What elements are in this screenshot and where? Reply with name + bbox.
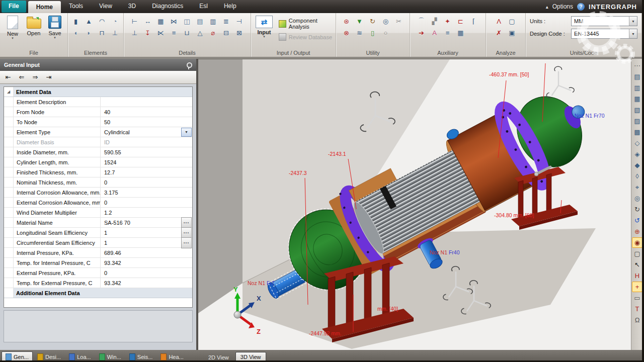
last-record-button[interactable]: ⇥ — [43, 72, 55, 82]
property-value-cell[interactable]: SA-516 70... — [101, 218, 192, 227]
property-row[interactable]: Internal Corrosion Allowance, mm.3.175 — [4, 188, 192, 198]
material-bar-icon[interactable]: ▯ — [367, 28, 379, 37]
property-value-cell[interactable]: 590.55 — [101, 147, 192, 157]
property-value-cell[interactable]: 93.342 — [101, 278, 192, 288]
analyze-model-icon[interactable]: Λ — [493, 17, 505, 26]
property-row[interactable]: Cylinder Length, mm.1524 — [4, 157, 192, 167]
view-cube-back-icon[interactable]: ▧ — [632, 105, 642, 115]
help-icon[interactable]: ? — [577, 3, 585, 11]
property-value-cell[interactable]: Cylindrical▼ — [101, 127, 192, 137]
menu-tab-esl[interactable]: Esl — [191, 0, 216, 13]
cone-detail-icon[interactable]: △ — [194, 28, 206, 37]
leg-support-detail-icon[interactable]: ⊥ — [129, 28, 141, 37]
property-value-cell[interactable]: 1... — [101, 228, 192, 237]
view-iso-sw-icon[interactable]: ◊ — [632, 171, 642, 182]
clamp-icon[interactable]: ⊏ — [455, 17, 467, 26]
lining-detail-icon[interactable]: ▤ — [194, 17, 206, 26]
view-iso-nw-icon[interactable]: ◈ — [632, 149, 642, 159]
rotate-model-icon[interactable]: ↻ — [367, 17, 379, 26]
view-iso-ne-icon[interactable]: ◇ — [632, 138, 642, 148]
database-icon[interactable]: ≋ — [354, 28, 366, 37]
calculator-icon[interactable]: ▦ — [455, 28, 467, 37]
view-cube-top-icon[interactable]: ▥ — [632, 82, 642, 93]
orbit-icon[interactable]: ↻ — [632, 204, 642, 215]
heat-exchanger-element-icon[interactable]: ◔ — [109, 17, 121, 26]
menu-tab-help[interactable]: Help — [216, 0, 245, 13]
view-cube-iso-icon[interactable]: ▤ — [632, 71, 642, 82]
property-row[interactable]: Wind Diameter Multiplier1.2 — [4, 208, 192, 218]
property-row[interactable]: From Node40 — [4, 107, 192, 117]
flange-detail-icon[interactable]: ⊢ — [129, 17, 141, 26]
translate-icon[interactable]: + — [632, 282, 642, 292]
design-code-combobox[interactable]: EN-13445 ▼ — [571, 29, 637, 39]
property-row[interactable]: Inside Diameter, mm.590.55 — [4, 147, 192, 157]
pin-icon[interactable] — [187, 62, 192, 68]
menu-tab-file[interactable]: File — [2, 1, 26, 13]
property-value-cell[interactable]: 689.46 — [101, 248, 192, 257]
terrain-icon[interactable]: ▞ — [429, 17, 441, 26]
property-row[interactable]: Circumferential Seam Efficiency1... — [4, 238, 192, 248]
cone-element-icon[interactable]: ▲ — [83, 17, 95, 26]
property-value-cell[interactable]: 1... — [101, 238, 192, 247]
units-combobox[interactable]: MM ▼ — [571, 16, 637, 26]
toolbar-grip[interactable]: ⋯ — [632, 60, 642, 71]
node-increment-icon[interactable]: ⊛ — [341, 17, 353, 26]
packing-detail-icon[interactable]: ≣ — [220, 17, 232, 26]
tee-icon[interactable]: T — [632, 304, 642, 314]
find-icon[interactable]: ◎ — [380, 17, 392, 26]
orbit-axis-icon[interactable]: ↺ — [632, 215, 642, 226]
options-menu[interactable]: Options — [552, 3, 573, 10]
export-icon[interactable]: ➔ — [416, 28, 428, 37]
menu-tab-diagnostics[interactable]: Diagnostics — [144, 0, 191, 13]
menu-tab-home[interactable]: Home — [28, 1, 61, 13]
property-row[interactable]: Nominal Thickness, mm.0 — [4, 177, 192, 188]
detach-icon[interactable]: ✂ — [393, 17, 405, 26]
property-value-cell[interactable]: 12.7 — [101, 167, 192, 177]
skirt-element-icon[interactable]: ⊓ — [96, 28, 108, 37]
view-iso-se-icon[interactable]: ◆ — [632, 160, 642, 170]
property-value-cell[interactable]: 0 — [101, 177, 192, 187]
collapse-ribbon-icon[interactable]: ▴ — [546, 4, 548, 10]
pipe-aux-icon[interactable]: ⌒ — [416, 17, 428, 26]
property-value-cell[interactable]: 0 — [101, 268, 192, 278]
bolt-circle-detail-icon[interactable]: ⌀ — [207, 28, 219, 37]
review-database-button[interactable]: Review Database — [279, 33, 334, 41]
browse-button[interactable]: ... — [181, 237, 192, 248]
file-new-button[interactable]: New▾ — [2, 15, 23, 39]
clip-detail-icon[interactable]: ⊣ — [233, 17, 246, 26]
property-value-cell[interactable]: 40 — [101, 107, 192, 117]
property-value-cell[interactable]: 3.175 — [101, 188, 192, 197]
component-analysis-button[interactable]: Component Analysis — [279, 18, 334, 30]
input-button[interactable]: Input ▾ — [253, 15, 276, 41]
first-record-button[interactable]: ⇤ — [2, 72, 14, 82]
3d-viewport[interactable]: -2143.1 -2437.3 -460.37 mm. [50] -304.80… — [198, 59, 631, 350]
filter-icon[interactable]: ▼ — [354, 17, 366, 26]
section-header-row[interactable]: ◢Element Data — [4, 87, 192, 97]
cylinder-element-icon[interactable]: ▮ — [70, 17, 82, 26]
hide-element-icon[interactable]: H — [632, 270, 642, 281]
property-row[interactable]: Longitudinal Seam Efficiency1... — [4, 228, 192, 238]
list-icon[interactable]: ≡ — [442, 28, 454, 37]
prev-record-button[interactable]: ⇐ — [16, 72, 28, 82]
tray-detail-icon[interactable]: ▥ — [207, 17, 219, 26]
browse-button[interactable]: ... — [181, 217, 192, 228]
menu-tab-view[interactable]: View — [91, 0, 120, 13]
elliptical-head-element-icon[interactable]: ◖ — [70, 28, 82, 37]
select-icon[interactable]: ↖ — [632, 259, 642, 270]
property-row[interactable]: To Node50 — [4, 117, 192, 127]
property-value-cell[interactable]: ID — [101, 137, 192, 147]
property-row[interactable]: Finished Thickness, mm.12.7 — [4, 167, 192, 177]
stiffening-ring-detail-icon[interactable]: ▦ — [155, 17, 167, 26]
sphere-icon[interactable]: ○ — [380, 28, 392, 37]
pick-icon[interactable]: ✦ — [442, 17, 454, 26]
property-value-cell[interactable] — [101, 97, 192, 107]
property-value-cell[interactable]: 93.342 — [101, 258, 192, 267]
zoom-window-icon[interactable]: ⌖ — [632, 182, 642, 193]
property-row[interactable]: Temp. for Internal Pressure, C93.342 — [4, 258, 192, 268]
property-row[interactable]: Diameter BasisID — [4, 137, 192, 147]
file-open-button[interactable]: Open — [23, 15, 44, 36]
property-value-cell[interactable]: 1524 — [101, 157, 192, 167]
combo-arrow-button[interactable]: ▼ — [181, 128, 192, 137]
section-header-row[interactable]: Additional Element Data — [4, 288, 192, 298]
zoom-extents-icon[interactable]: ◎ — [632, 193, 642, 204]
